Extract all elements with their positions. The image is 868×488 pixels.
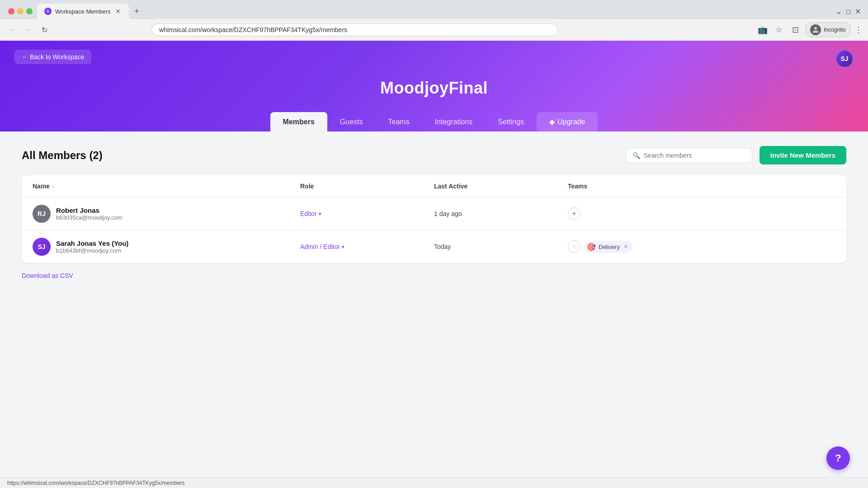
teams-robert: + xyxy=(568,207,835,220)
member-name-sarah: Sarah Jonas Yes (You) xyxy=(56,239,128,247)
all-members-title: All Members (2) xyxy=(22,149,103,162)
forward-nav-button[interactable]: → xyxy=(22,23,34,36)
add-team-button-sarah[interactable]: + xyxy=(568,240,580,253)
status-bar: https://whimsical.com/workspace/DZXCHF97… xyxy=(0,477,868,488)
user-avatar[interactable]: SJ xyxy=(835,50,854,68)
download-csv-link[interactable]: Download as CSV xyxy=(22,272,73,279)
avatar-robert: RJ xyxy=(33,205,51,223)
close-tab-button[interactable]: ✕ xyxy=(114,8,122,15)
col-header-role: Role xyxy=(300,183,434,190)
nav-tabs: Members Guests Teams Integrations Settin… xyxy=(0,112,868,131)
chevron-down-icon: ▾ xyxy=(342,244,344,250)
col-header-teams: Teams xyxy=(568,183,835,190)
table-row: RJ Robert Jonas b63035ca@moodjoy.com Edi… xyxy=(22,197,846,230)
active-tab[interactable]: Workspace Members ✕ xyxy=(37,4,129,19)
incognito-label: Incognito xyxy=(824,27,846,33)
url-text: whimsical.com/workspace/DZXCHF97hBPPAF34… xyxy=(159,26,347,33)
tab-upgrade[interactable]: ◆ Upgrade xyxy=(537,112,598,131)
role-robert[interactable]: Editor ▾ xyxy=(300,210,434,217)
tab-title: Workspace Members xyxy=(55,8,111,15)
tab-settings[interactable]: Settings xyxy=(485,112,537,131)
close-button[interactable]: ✕ xyxy=(855,7,861,16)
search-bar[interactable]: 🔍 xyxy=(626,148,752,163)
search-icon: 🔍 xyxy=(632,152,640,159)
help-button[interactable]: ? xyxy=(826,446,850,470)
back-to-workspace-button[interactable]: ← Back to Workspace xyxy=(14,50,91,64)
restore-button[interactable]: ◻ xyxy=(846,8,851,15)
media-router-icon[interactable]: 📺 xyxy=(756,23,769,36)
member-name-robert: Robert Jonas xyxy=(56,206,123,214)
minimize-button[interactable]: ⌄ xyxy=(835,6,842,16)
browser-menu-button[interactable]: ⋮ xyxy=(854,25,863,35)
reload-button[interactable]: ↻ xyxy=(38,23,51,36)
tab-members[interactable]: Members xyxy=(270,112,327,131)
role-sarah[interactable]: Admin / Editor ▾ xyxy=(300,243,434,250)
team-delivery-name: Delivery xyxy=(599,244,620,250)
status-url: https://whimsical.com/workspace/DZXCHF97… xyxy=(7,480,185,486)
sort-arrow-icon: ↓ xyxy=(52,183,54,189)
avatar-sarah: SJ xyxy=(33,238,51,256)
table-header: Name ↓ Role Last Active Teams xyxy=(22,175,846,197)
team-delivery-icon: 🎯 xyxy=(587,243,596,251)
upgrade-label: Upgrade xyxy=(557,118,585,126)
last-active-robert: 1 day ago xyxy=(434,210,568,217)
minimize-window-button[interactable]: − xyxy=(17,8,24,14)
members-table: Name ↓ Role Last Active Teams RJ xyxy=(22,175,846,263)
new-tab-button[interactable]: + xyxy=(131,5,143,18)
workspace-name: MoodjoyFinal xyxy=(0,79,868,98)
table-row: SJ Sarah Jonas Yes (You) b1b643bf@moodjo… xyxy=(22,230,846,263)
member-info-robert: RJ Robert Jonas b63035ca@moodjoy.com xyxy=(33,205,300,223)
search-input[interactable] xyxy=(644,152,745,159)
tab-teams[interactable]: Teams xyxy=(376,112,422,131)
team-tag-delivery: 🎯 Delivery ✕ xyxy=(584,241,632,253)
address-bar[interactable]: whimsical.com/workspace/DZXCHF97hBPPAF34… xyxy=(151,23,558,36)
add-team-button-robert[interactable]: + xyxy=(568,207,580,220)
header: ← Back to Workspace SJ MoodjoyFinal Memb… xyxy=(0,41,868,131)
member-email-robert: b63035ca@moodjoy.com xyxy=(56,214,123,221)
browser-profile-icon[interactable]: ⊡ xyxy=(789,23,802,36)
remove-team-button[interactable]: ✕ xyxy=(623,244,628,250)
tab-guests[interactable]: Guests xyxy=(327,112,376,131)
upgrade-icon: ◆ xyxy=(549,117,555,126)
content-area: All Members (2) 🔍 Invite New Members Nam… xyxy=(0,131,868,477)
invite-new-members-button[interactable]: Invite New Members xyxy=(760,146,846,164)
col-header-name[interactable]: Name ↓ xyxy=(33,183,300,190)
incognito-avatar xyxy=(810,24,821,35)
tab-integrations[interactable]: Integrations xyxy=(422,112,486,131)
member-info-sarah: SJ Sarah Jonas Yes (You) b1b643bf@moodjo… xyxy=(33,238,300,256)
chevron-down-icon: ▾ xyxy=(319,211,321,217)
close-window-button[interactable]: ✕ xyxy=(8,8,14,14)
teams-sarah: + 🎯 Delivery ✕ xyxy=(568,240,835,253)
tab-favicon xyxy=(44,8,52,15)
last-active-sarah: Today xyxy=(434,243,568,250)
col-header-last-active: Last Active xyxy=(434,183,568,190)
member-email-sarah: b1b643bf@moodjoy.com xyxy=(56,247,128,254)
back-nav-button[interactable]: ← xyxy=(5,23,18,36)
maximize-window-button[interactable]: □ xyxy=(26,8,33,14)
bookmark-icon[interactable]: ☆ xyxy=(773,23,785,36)
incognito-badge[interactable]: Incognito xyxy=(805,22,851,38)
